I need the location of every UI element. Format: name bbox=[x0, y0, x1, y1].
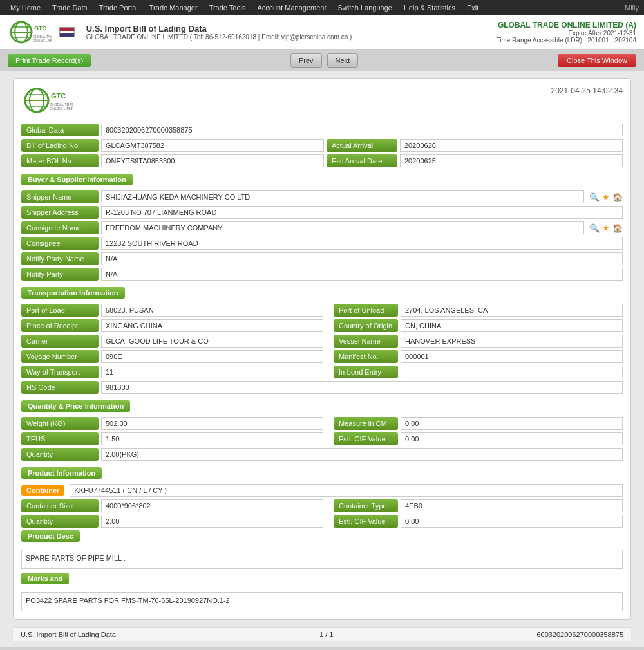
consignee-search-icon[interactable]: 🔍 bbox=[589, 223, 600, 233]
bol-label: Bill of Lading No. bbox=[21, 139, 99, 152]
actual-arrival-label: Actual Arrival bbox=[327, 139, 397, 152]
time-range-info: Time Range Accessible (LDR) : 201001 - 2… bbox=[496, 37, 636, 44]
nav-my-home[interactable]: My Home bbox=[5, 3, 46, 13]
nav-trade-portal[interactable]: Trade Portal bbox=[94, 3, 143, 13]
svg-text:ONLINE LIMITED: ONLINE LIMITED bbox=[33, 39, 52, 42]
product-quantity-value: 2.00 bbox=[101, 515, 323, 528]
svg-text:ONLINE LIMITED: ONLINE LIMITED bbox=[50, 107, 73, 111]
shipper-icons: 🔍 ★ 🏠 bbox=[589, 190, 623, 203]
shipper-name-label: Shipper Name bbox=[21, 190, 99, 203]
quantity-label: Quantity bbox=[21, 448, 99, 461]
container-type-value: 4EB0 bbox=[401, 499, 623, 512]
esti-arrival-value: 20200625 bbox=[400, 154, 623, 167]
page-title: U.S. Import Bill of Lading Data bbox=[86, 24, 352, 33]
record-info-bar: U.S. Import Bill of Lading Data 1 / 1 60… bbox=[13, 627, 631, 641]
card-header: GTC GLOBAL TRADE ONLINE LIMITED 2021-04-… bbox=[21, 86, 623, 117]
vessel-name-value: HANOVER EXPRESS bbox=[401, 335, 623, 348]
weight-measure-row: Weight (KG) 502.00 Measure in CM 0.00 bbox=[21, 417, 623, 430]
header-bar: GTC GLOBAL TRADE ONLINE LIMITED - U.S. I… bbox=[0, 15, 644, 50]
nav-help-statistics[interactable]: Help & Statistics bbox=[399, 3, 460, 13]
port-unload-value: 2704, LOS ANGELES, CA bbox=[401, 304, 623, 317]
inbond-entry-label: In-bond Entry bbox=[334, 366, 398, 378]
country-origin-value: CN, CHINA bbox=[401, 319, 623, 332]
product-esti-cif-value: 0.00 bbox=[401, 515, 623, 528]
svg-text:GTC: GTC bbox=[51, 92, 66, 100]
svg-text:GTC: GTC bbox=[34, 25, 46, 32]
teus-value: 1.50 bbox=[101, 432, 323, 445]
header-company-info: GLOBAL TRADE ONLINE LIMITED (A) Expire A… bbox=[496, 21, 636, 44]
weight-label: Weight (KG) bbox=[21, 417, 99, 430]
consignee-home-icon[interactable]: 🏠 bbox=[612, 223, 623, 233]
marks-label: Marks and bbox=[21, 573, 69, 584]
mater-bol-row: Mater BOL No. ONEYTS9TA0853300 Esti Arri… bbox=[21, 154, 623, 167]
nav-account-management[interactable]: Account Management bbox=[252, 3, 332, 13]
product-desc-label: Product Desc bbox=[21, 530, 80, 542]
toolbar-top: Print Trade Record(s) Prev Next Close Th… bbox=[0, 50, 644, 71]
toolbar-bottom: Print Trade Record(s) Prev Next Close Th… bbox=[0, 647, 644, 650]
shipper-star-icon[interactable]: ★ bbox=[602, 192, 610, 202]
expire-info: Expire After 2021-12-31 bbox=[496, 30, 636, 37]
print-button[interactable]: Print Trade Record(s) bbox=[8, 54, 91, 67]
company-name: GLOBAL TRADE ONLINE LIMITED (A) bbox=[496, 21, 636, 30]
carrier-label: Carrier bbox=[21, 335, 99, 348]
flag-separator: - bbox=[77, 28, 80, 36]
notify-party-value: N/A bbox=[101, 268, 623, 281]
container-badge: Container bbox=[21, 485, 64, 496]
card-date: 2021-04-25 14:02:34 bbox=[551, 86, 623, 95]
nav-switch-language[interactable]: Switch Language bbox=[333, 3, 397, 13]
nav-items: My Home Trade Data Trade Portal Trade Ma… bbox=[5, 3, 484, 13]
nav-trade-data[interactable]: Trade Data bbox=[47, 3, 93, 13]
consignee-label: Consignee bbox=[21, 237, 99, 250]
manifest-value: 000001 bbox=[401, 350, 623, 363]
quantity-price-section: Quantity & Price Information Weight (KG)… bbox=[21, 400, 623, 461]
consignee-name-row: Consignee Name FREEDOM MACHINERY COMPANY… bbox=[21, 221, 623, 234]
toolbar-right: Close This Window bbox=[558, 54, 636, 67]
bill-of-lading-row: Bill of Lading No. GLCAGMT387582 Actual … bbox=[21, 139, 623, 152]
next-button[interactable]: Next bbox=[327, 53, 359, 68]
quantity-row: Quantity 2.00(PKG) bbox=[21, 448, 623, 461]
voyage-value: 090E bbox=[101, 350, 323, 363]
quantity-value: 2.00(PKG) bbox=[101, 448, 623, 461]
logo: GTC GLOBAL TRADE ONLINE LIMITED bbox=[8, 19, 53, 45]
logo-area: GTC GLOBAL TRADE ONLINE LIMITED - U.S. I… bbox=[8, 19, 352, 45]
measure-label: Measure in CM bbox=[334, 417, 398, 430]
transport-section: Transportation Information Port of Load … bbox=[21, 287, 623, 394]
measure-value: 0.00 bbox=[401, 417, 623, 430]
shipper-home-icon[interactable]: 🏠 bbox=[612, 192, 623, 202]
main-card: GTC GLOBAL TRADE ONLINE LIMITED 2021-04-… bbox=[13, 78, 631, 620]
way-transport-value: 11 bbox=[101, 366, 323, 378]
esti-cif-value: 0.00 bbox=[401, 432, 623, 445]
manifest-label: Manifest No. bbox=[334, 350, 398, 363]
notify-party-row: Notify Party N/A bbox=[21, 268, 623, 281]
product-section: Product Information Container KKFU774451… bbox=[21, 467, 623, 611]
consignee-star-icon[interactable]: ★ bbox=[602, 223, 610, 233]
prev-button[interactable]: Prev bbox=[290, 53, 322, 68]
teus-cif-row: TEUS 1.50 Esti. CIF Value 0.00 bbox=[21, 432, 623, 445]
product-quantity-label: Quantity bbox=[21, 515, 99, 528]
close-button[interactable]: Close This Window bbox=[558, 54, 636, 67]
page-subtitle: GLOBAL TRADE ONLINE LIMITED ( Tel: 86-51… bbox=[86, 33, 352, 41]
consignee-name-label: Consignee Name bbox=[21, 221, 99, 234]
notify-party-name-value: N/A bbox=[101, 252, 623, 265]
product-desc-value: SPARE PARTS OF PIPE MILL . bbox=[21, 550, 623, 569]
bol-value: GLCAGMT387582 bbox=[101, 139, 324, 152]
transport-inbond-row: Way of Transport 11 In-bond Entry bbox=[21, 366, 623, 378]
container-row: Container KKFU7744511 ( CN / L / CY ) bbox=[21, 484, 623, 497]
nav-trade-tools[interactable]: Trade Tools bbox=[204, 3, 251, 13]
shipper-name-value: SHIJIAZHUANG KEDA MACHINERY CO LTD bbox=[101, 190, 584, 203]
hs-code-value: 981800 bbox=[101, 381, 623, 394]
notify-party-name-label: Notify Party Name bbox=[21, 252, 99, 265]
port-unload-label: Port of Unload bbox=[334, 304, 398, 317]
shipper-name-row: Shipper Name SHIJIAZHUANG KEDA MACHINERY… bbox=[21, 190, 623, 203]
consignee-row: Consignee 12232 SOUTH RIVER ROAD bbox=[21, 237, 623, 250]
port-load-unload-row: Port of Load 58023, PUSAN Port of Unload… bbox=[21, 304, 623, 317]
actual-arrival-value: 20200626 bbox=[400, 139, 623, 152]
product-section-label: Product Information bbox=[21, 467, 102, 479]
container-size-value: 4000*906*802 bbox=[101, 499, 323, 512]
nav-exit[interactable]: Exit bbox=[462, 3, 484, 13]
shipper-address-value: R-1203 NO 707 LIANMENG ROAD bbox=[101, 206, 623, 219]
nav-trade-manager[interactable]: Trade Manager bbox=[144, 3, 203, 13]
main-content: GTC GLOBAL TRADE ONLINE LIMITED 2021-04-… bbox=[0, 71, 644, 647]
shipper-search-icon[interactable]: 🔍 bbox=[589, 192, 600, 202]
vessel-name-label: Vessel Name bbox=[334, 335, 398, 348]
